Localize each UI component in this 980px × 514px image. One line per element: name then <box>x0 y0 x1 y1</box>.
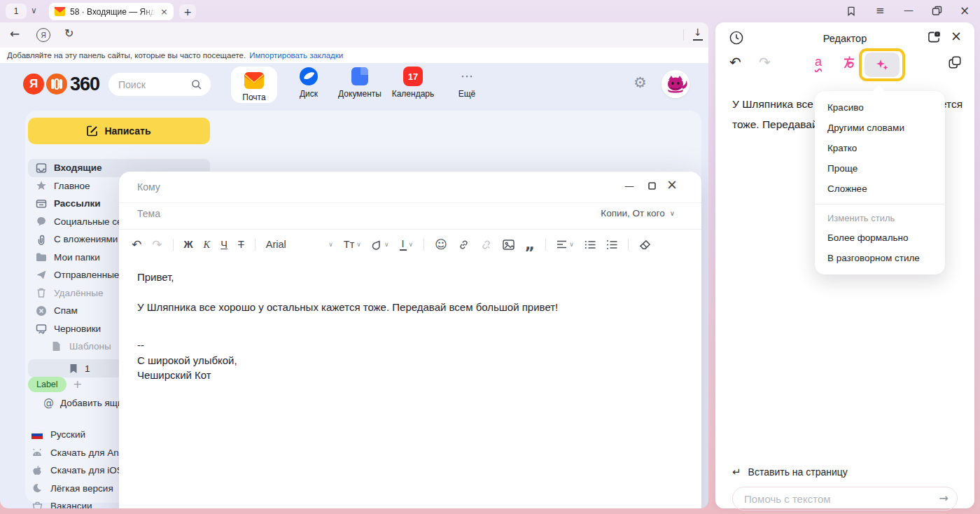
downloads-button[interactable]: ↓ <box>692 27 704 41</box>
copy-icon[interactable] <box>948 55 962 69</box>
service-calendar[interactable]: 17 Календарь <box>388 67 438 99</box>
service-calendar-label: Календарь <box>392 89 435 99</box>
search-box[interactable]: Поиск <box>108 73 211 96</box>
back-button[interactable]: ← <box>10 28 20 40</box>
font-size-select[interactable]: Tт∨ <box>344 239 361 250</box>
folder-label: Удалённые <box>54 288 103 298</box>
menu-item-formal[interactable]: Более формально <box>815 228 945 248</box>
translate-button[interactable] <box>841 55 857 70</box>
ai-prompt-input[interactable] <box>744 493 939 505</box>
service-mail[interactable]: Почта <box>231 67 277 103</box>
inbox-icon <box>35 162 47 174</box>
window-minimize-button[interactable]: — <box>904 5 913 15</box>
tab-list-chevron-icon[interactable]: ∨ <box>31 6 37 15</box>
add-mailbox-row[interactable]: @ Добавить ящик <box>43 398 127 408</box>
user-avatar[interactable] <box>662 70 690 98</box>
menu-item-simpler[interactable]: Проще <box>815 158 945 179</box>
ai-rewrite-menu: Красиво Другими словами Кратко Проще Сло… <box>815 91 945 275</box>
message-body[interactable]: Привет, У Шляпника все хорошо у остальны… <box>137 270 655 383</box>
emoji-button[interactable]: ☺ <box>435 239 447 251</box>
protect-icon[interactable]: Я <box>36 28 50 42</box>
import-bookmarks-link[interactable]: Импортировать закладки <box>249 51 343 60</box>
menu-item-complex[interactable]: Сложнее <box>815 179 945 199</box>
tab-title: 58 · Входящие — Яндек <box>70 7 155 17</box>
service-docs[interactable]: Документы <box>333 67 386 99</box>
tab-count: 1 <box>14 6 19 16</box>
bullet-list-button[interactable] <box>584 240 596 249</box>
menu-section-header: Изменить стиль <box>815 209 945 228</box>
to-field[interactable]: Кому <box>137 181 160 193</box>
active-tab[interactable]: 58 · Входящие — Яндек × <box>49 3 174 20</box>
service-more[interactable]: ⋯ Ещё <box>449 67 484 99</box>
underline-button[interactable]: Ч <box>220 239 227 250</box>
menu-item-beautiful[interactable]: Красиво <box>815 97 945 118</box>
logo-360-text: 360 <box>70 74 99 95</box>
footer-label: Лёгкая версия <box>50 483 113 494</box>
panel-redo-icon[interactable]: ↷ <box>759 55 771 69</box>
eraser-button[interactable] <box>639 239 651 250</box>
calendar-badge: 17 <box>408 71 418 82</box>
panel-close-icon[interactable]: × <box>951 29 962 43</box>
footer-label: Вакансии <box>50 501 92 508</box>
bookmarks-panel-icon[interactable] <box>846 6 857 17</box>
body-line: Привет, <box>137 270 655 285</box>
yandex-logo[interactable]: Я <box>23 74 44 95</box>
compose-button[interactable]: Написать <box>28 118 210 144</box>
font-size-icon: Tт <box>344 239 355 250</box>
new-tab-button[interactable]: + <box>179 4 196 19</box>
italic-button[interactable]: K <box>204 239 211 251</box>
insert-to-page-button[interactable]: ↵ Вставить на страницу <box>732 466 848 478</box>
folder-label: Рассылки <box>54 198 101 209</box>
highlight-color-select[interactable]: ∨ <box>372 239 389 250</box>
enter-arrow-icon: ↵ <box>732 467 741 478</box>
ai-rewrite-button[interactable] <box>864 53 899 77</box>
window-restore-button[interactable] <box>932 6 942 16</box>
label-chip[interactable]: Label <box>28 377 66 392</box>
tab-close-icon[interactable]: × <box>160 7 168 16</box>
window-close-button[interactable]: × <box>960 5 969 17</box>
redo-icon[interactable]: ↷ <box>152 239 162 251</box>
panel-undo-icon[interactable]: ↶ <box>729 55 741 69</box>
text-color-select[interactable]: I∨ <box>400 238 414 251</box>
folder-label: Отправленные <box>54 270 119 280</box>
menu-item-brief[interactable]: Кратко <box>815 138 945 158</box>
unlink-button[interactable] <box>480 239 492 251</box>
tab-count-button[interactable]: 1 <box>6 4 27 19</box>
browser-menu-icon[interactable]: ≡ <box>876 6 885 16</box>
file-icon <box>50 341 62 352</box>
add-label-icon[interactable]: + <box>73 379 82 390</box>
apple-icon <box>31 465 43 476</box>
open-in-window-icon[interactable] <box>927 31 941 43</box>
compose-minimize-icon[interactable]: — <box>624 181 634 190</box>
undo-icon[interactable]: ↶ <box>132 239 141 251</box>
menu-item-conversational[interactable]: В разговорном стиле <box>815 248 945 268</box>
spam-icon <box>35 305 47 317</box>
bold-button[interactable]: Ж <box>184 239 193 250</box>
browser-toolbar: ← Я ↻ 58 · Входящие — Яндекс Почта mail.… <box>0 22 708 48</box>
insert-image-button[interactable] <box>503 239 514 250</box>
quote-button[interactable]: „ <box>525 242 535 248</box>
download-arrow-icon: ↓ <box>694 27 702 37</box>
compose-close-icon[interactable]: × <box>666 178 678 191</box>
calendar-service-icon: 17 <box>403 67 423 86</box>
body-line <box>137 315 655 331</box>
cc-toggle[interactable]: Копии, От кого ∨ <box>601 208 675 218</box>
menu-item-other-words[interactable]: Другими словами <box>815 118 945 138</box>
strikethrough-button[interactable]: Т <box>238 239 244 250</box>
numbered-list-button[interactable] <box>606 240 617 249</box>
align-select[interactable]: ∨ <box>556 240 574 249</box>
link-button[interactable] <box>458 239 470 251</box>
mail-service-icon <box>244 71 265 90</box>
search-placeholder: Поиск <box>118 79 146 90</box>
font-family-select[interactable]: Arial ∨ <box>266 239 333 250</box>
body-line: У Шляпника все хорошо у остальных кажетс… <box>137 300 655 315</box>
service-disk[interactable]: Диск <box>286 67 332 99</box>
settings-gear-icon[interactable]: ⚙ <box>634 76 647 90</box>
refresh-button[interactable]: ↻ <box>64 28 74 39</box>
compose-window: Кому — × Тема Копии, От кого ∨ ↶ ↷ Ж K Ч… <box>119 172 701 508</box>
submit-arrow-icon[interactable]: → <box>939 493 948 504</box>
subject-field[interactable]: Тема <box>137 208 160 219</box>
ai-prompt-input-wrap[interactable]: → <box>732 487 958 510</box>
compose-expand-icon[interactable] <box>648 181 657 190</box>
spellcheck-button[interactable]: a <box>815 55 822 69</box>
